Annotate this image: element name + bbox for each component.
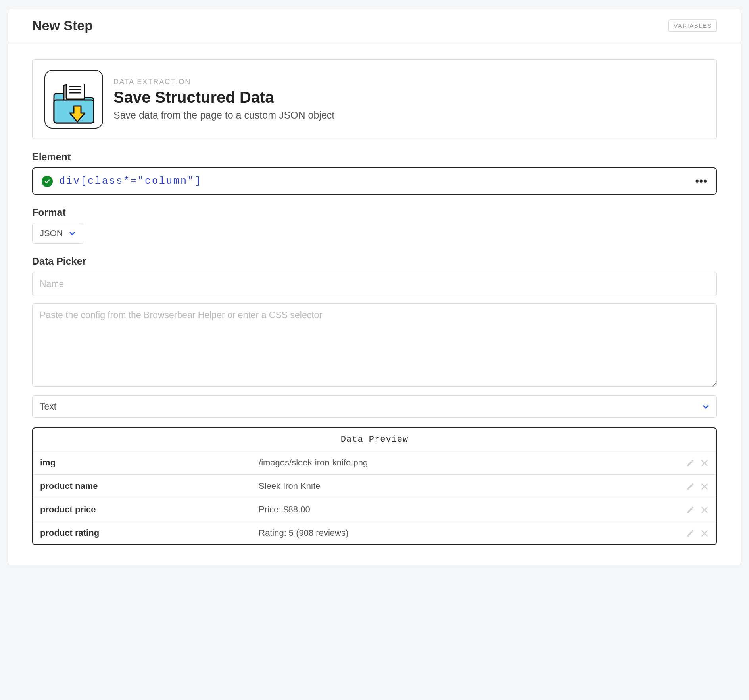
- new-step-panel: New Step VARIABLES: [8, 8, 741, 565]
- data-picker-label: Data Picker: [32, 256, 717, 267]
- preview-value: Rating: 5 (908 reviews): [252, 521, 676, 544]
- picker-name-input[interactable]: [32, 272, 717, 296]
- check-circle-icon: [42, 176, 53, 187]
- more-options-icon[interactable]: •••: [695, 179, 707, 184]
- page-title: New Step: [32, 18, 93, 33]
- table-row: product price Price: $88.00: [33, 498, 716, 521]
- step-category: DATA EXTRACTION: [113, 78, 334, 86]
- element-selector-code: div[class*="column"]: [59, 175, 202, 187]
- picker-type-value: Text: [40, 401, 56, 412]
- element-label: Element: [32, 151, 717, 163]
- step-card: DATA EXTRACTION Save Structured Data Sav…: [32, 59, 717, 139]
- folder-download-icon: [44, 70, 103, 129]
- step-title: Save Structured Data: [113, 88, 334, 106]
- delete-icon[interactable]: [700, 459, 709, 467]
- format-label: Format: [32, 207, 717, 218]
- preview-key: product price: [33, 498, 252, 521]
- picker-config-textarea[interactable]: [32, 303, 717, 387]
- chevron-down-icon: [69, 230, 76, 237]
- element-selector-box[interactable]: div[class*="column"] •••: [32, 167, 717, 195]
- step-description: Save data from the page to a custom JSON…: [113, 110, 334, 121]
- preview-key: img: [33, 451, 252, 474]
- panel-body: DATA EXTRACTION Save Structured Data Sav…: [8, 43, 741, 565]
- table-row: product rating Rating: 5 (908 reviews): [33, 521, 716, 544]
- picker-type-select[interactable]: Text: [32, 395, 717, 418]
- edit-icon[interactable]: [686, 482, 695, 491]
- preview-value: Price: $88.00: [252, 498, 676, 521]
- format-select[interactable]: JSON: [32, 223, 83, 244]
- delete-icon[interactable]: [700, 482, 709, 491]
- delete-icon[interactable]: [700, 529, 709, 538]
- edit-icon[interactable]: [686, 506, 695, 514]
- delete-icon[interactable]: [700, 506, 709, 514]
- edit-icon[interactable]: [686, 529, 695, 538]
- preview-key: product rating: [33, 521, 252, 544]
- step-text: DATA EXTRACTION Save Structured Data Sav…: [113, 78, 334, 121]
- preview-key: product name: [33, 474, 252, 498]
- preview-value: /images/sleek-iron-knife.png: [252, 451, 676, 474]
- data-preview-header: Data Preview: [33, 428, 716, 451]
- edit-icon[interactable]: [686, 459, 695, 467]
- preview-value: Sleek Iron Knife: [252, 474, 676, 498]
- panel-header: New Step VARIABLES: [8, 8, 741, 43]
- data-preview-table: Data Preview img /images/sleek-iron-knif…: [32, 427, 717, 545]
- table-row: product name Sleek Iron Knife: [33, 474, 716, 498]
- format-value: JSON: [40, 228, 63, 238]
- variables-button[interactable]: VARIABLES: [668, 19, 717, 32]
- table-row: img /images/sleek-iron-knife.png: [33, 451, 716, 474]
- chevron-down-icon: [702, 403, 709, 410]
